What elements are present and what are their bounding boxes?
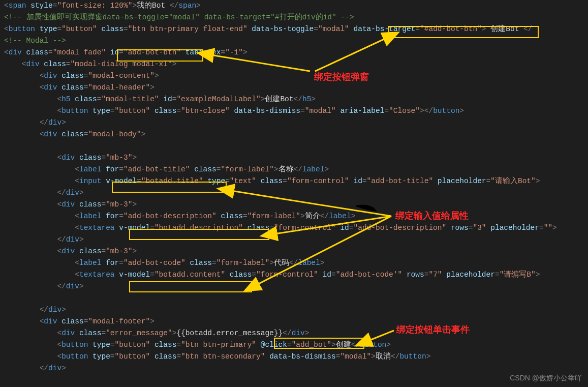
annotation-label: 绑定输入值给属性 [395, 210, 469, 222]
watermark: CSDN @傲娇小公举吖 [510, 372, 582, 384]
annotation-label: 绑定按钮弹窗 [314, 71, 369, 83]
code-editor[interactable]: <span style="font-size: 120%">我的Bot </sp… [4, 0, 557, 374]
annotation-label: 绑定按钮单击事件 [396, 324, 470, 336]
